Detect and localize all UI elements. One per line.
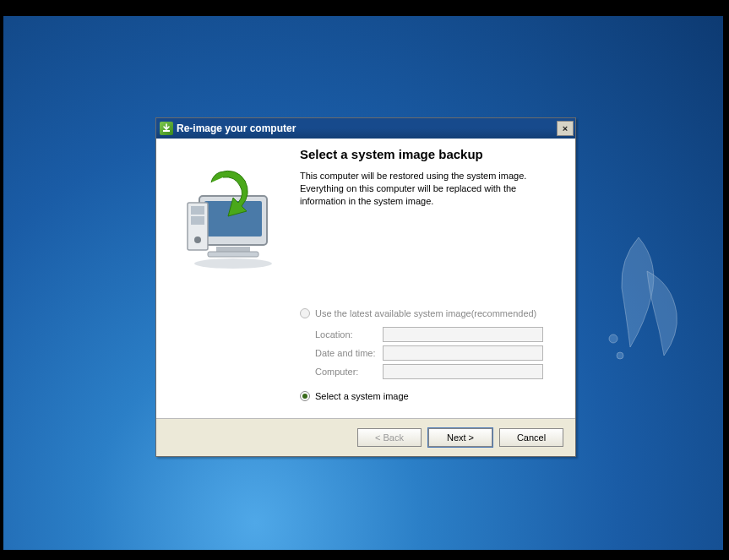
svg-rect-10 [191,216,204,225]
cancel-button[interactable]: Cancel [499,428,563,447]
wizard-image-pane [156,139,300,419]
wizard-backup-icon [169,160,287,279]
window-title: Re-image your computer [177,122,557,134]
svg-point-7 [194,258,272,269]
back-button-label: < Back [375,432,404,443]
wallpaper-decoration [588,229,689,364]
date-time-label: Date and time: [315,348,383,358]
svg-point-0 [609,334,617,343]
app-icon [160,122,173,135]
next-button-label: Next > [447,432,474,443]
radio-select-image[interactable]: Select a system image [300,391,563,401]
computer-value [383,364,543,379]
titlebar: Re-image your computer × [156,118,575,139]
radio-select-image-label: Select a system image [315,391,409,401]
svg-rect-5 [216,247,250,252]
svg-rect-6 [208,252,258,257]
content-area: Select a system image backup This comput… [156,139,575,420]
close-button[interactable]: × [557,121,574,136]
close-icon: × [563,123,568,133]
page-heading: Select a system image backup [300,147,563,161]
button-row: < Back Next > Cancel [156,419,575,456]
radio-icon [300,391,310,401]
desktop-background: Re-image your computer × [3,16,723,550]
computer-label: Computer: [315,367,383,377]
page-description: This computer will be restored using the… [300,170,563,208]
location-value [383,327,543,342]
wizard-dialog: Re-image your computer × [155,117,576,457]
svg-point-1 [617,352,623,359]
radio-use-latest: Use the latest available system image(re… [300,308,563,318]
wizard-main-pane: Select a system image backup This comput… [300,139,575,419]
next-button[interactable]: Next > [428,428,492,447]
location-label: Location: [315,329,383,340]
svg-rect-9 [191,206,204,215]
options-group: Use the latest available system image(re… [300,308,563,401]
svg-point-11 [194,237,201,243]
radio-use-latest-label: Use the latest available system image(re… [315,308,536,318]
date-time-value [383,345,543,361]
latest-image-details: Location: Date and time: Computer: [315,327,563,379]
svg-rect-2 [163,130,170,132]
back-button: < Back [357,428,422,447]
cancel-button-label: Cancel [517,432,546,443]
radio-icon [300,308,310,318]
